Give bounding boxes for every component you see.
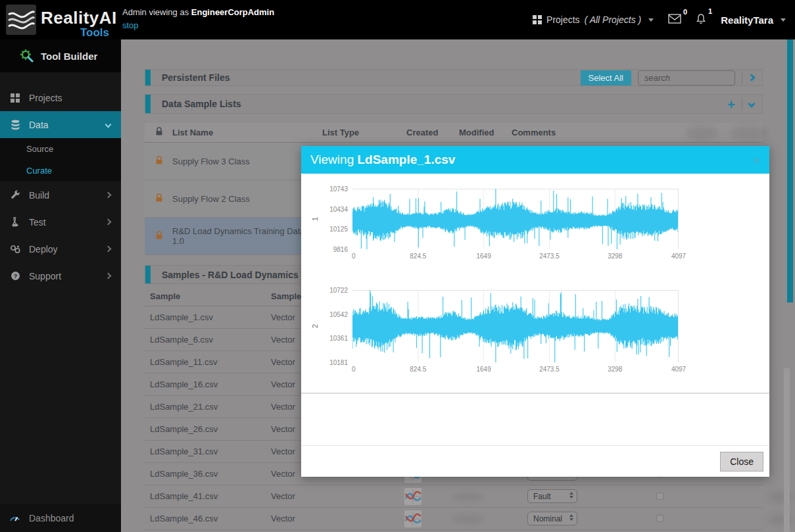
viewing-sample-modal: Viewing LdSample_1.csv × 1 1074310434101… <box>301 146 769 477</box>
page-scrollbar-thumb[interactable] <box>787 39 793 302</box>
realityai-logo-icon <box>6 5 36 35</box>
panel-accent-bar <box>145 70 151 85</box>
sidebar-item-build[interactable]: Build <box>0 181 121 208</box>
lock-icon <box>145 231 172 242</box>
sidebar-item-projects[interactable]: Projects <box>0 84 121 111</box>
username: RealityTara <box>721 14 773 26</box>
sidebar-item-data[interactable]: Data <box>0 111 121 138</box>
search-input[interactable] <box>638 70 735 85</box>
class-select[interactable]: Nominal <box>527 512 577 525</box>
panel-accent-bar <box>145 266 151 283</box>
close-button[interactable]: Close <box>720 452 763 472</box>
lock-icon <box>145 156 172 167</box>
chevron-right-icon <box>105 192 112 199</box>
messages-button[interactable]: 0 <box>668 14 681 26</box>
brand-sub: Tools <box>71 26 109 39</box>
wrench-icon <box>9 190 21 201</box>
col-comments[interactable]: Comments <box>512 128 763 137</box>
topbar: RealityAI Tools Admin viewing as Enginee… <box>0 0 795 39</box>
sample-name: LdSample_11.csv <box>145 357 271 367</box>
tool-builder-header[interactable]: Tool Builder <box>0 39 121 72</box>
sidebar-item-source[interactable]: Source <box>0 138 121 160</box>
sidebar: Tool Builder Projects Data Source Curate <box>0 39 121 532</box>
panel-title: Persistent Files <box>151 72 581 83</box>
col-sample[interactable]: Sample <box>145 291 271 301</box>
user-menu[interactable]: RealityTara <box>721 14 786 26</box>
col-list-name[interactable]: List Name <box>172 128 314 137</box>
waveform-preview-icon[interactable] <box>404 510 422 527</box>
dashboard-label: Dashboard <box>29 513 74 523</box>
select-stepper-icon <box>569 492 573 498</box>
notifications-count: 1 <box>708 7 712 15</box>
col-list-type[interactable]: List Type <box>322 128 406 137</box>
select-all-button[interactable]: Select All <box>581 70 631 85</box>
divider <box>742 98 742 110</box>
table-row[interactable]: LdSample_46.csvVectorNominal <box>145 508 763 530</box>
sidebar-item-dashboard[interactable]: Dashboard <box>0 504 121 532</box>
persistent-files-panel-header: Persistent Files Select All <box>145 69 763 86</box>
sample-checkbox[interactable] <box>656 515 663 522</box>
col-modified[interactable]: Modified <box>459 128 512 137</box>
x-axis-ticks: 0824.516492473.532984097 <box>352 362 679 374</box>
sidebar-item-support[interactable]: ? Support <box>0 262 121 289</box>
data-sample-lists-panel-header: Data Sample Lists + <box>145 94 763 114</box>
tool-builder-gears-icon <box>20 49 34 63</box>
chevron-down-icon <box>781 18 786 22</box>
messages-count: 0 <box>683 8 687 16</box>
database-icon <box>9 120 21 130</box>
signal-chart-2: 2 10722105421036110181 0824.516492473.53… <box>308 290 769 362</box>
lock-icon <box>145 193 172 205</box>
stop-impersonation-link[interactable]: stop <box>122 20 139 30</box>
chevron-right-icon <box>105 273 112 279</box>
sidebar-item-deploy[interactable]: Deploy <box>0 235 121 262</box>
sidebar-item-curate[interactable]: Curate <box>0 160 121 181</box>
projects-selected: ( All Projects ) <box>585 14 642 25</box>
sidebar-item-test[interactable]: Test <box>0 208 121 235</box>
sample-name: LdSample_1.csv <box>145 312 271 322</box>
table-row[interactable]: LdSample_41.csvVectorFault <box>145 485 763 508</box>
panel-accent-bar <box>145 95 151 113</box>
flask-icon <box>9 217 21 228</box>
waveform-plot: 0824.516492473.532984097 <box>352 290 679 362</box>
deploy-gears-icon <box>9 244 21 254</box>
projects-grid-icon <box>533 15 542 24</box>
chevron-right-icon <box>105 219 112 226</box>
projects-label: Projects <box>546 14 580 25</box>
class-select-value: Nominal <box>533 514 562 523</box>
x-axis-ticks: 0824.516492473.532984097 <box>352 249 679 261</box>
sample-name: LdSample_26.csv <box>145 424 271 434</box>
expand-panel-chevron-icon[interactable] <box>748 74 755 81</box>
sample-name: LdSample_46.csv <box>145 514 271 523</box>
chevron-down-icon <box>105 122 112 128</box>
divider <box>742 72 742 84</box>
sample-name: LdSample_21.csv <box>145 402 271 412</box>
y-axis-label: 1 <box>308 189 322 249</box>
projects-dropdown[interactable]: Projects ( All Projects ) <box>533 14 654 25</box>
sample-checkbox[interactable] <box>656 493 663 500</box>
class-select[interactable]: Fault <box>527 489 577 503</box>
mail-icon <box>668 14 681 24</box>
waveform-plot: 0824.516492473.532984097 <box>352 189 679 249</box>
select-stepper-icon <box>569 514 573 521</box>
waveform-preview-icon[interactable] <box>404 488 422 505</box>
sample-type: Vector <box>271 514 387 523</box>
list-name: Supply Flow 2 Class <box>172 194 314 204</box>
collapse-panel-chevron-icon[interactable] <box>748 100 755 107</box>
brand-name: RealityAI <box>41 8 117 28</box>
panel-scrollbar-thumb[interactable] <box>784 368 790 532</box>
chevron-down-icon <box>648 18 654 22</box>
col-created[interactable]: Created <box>406 128 459 137</box>
sample-name: LdSample_41.csv <box>145 491 271 501</box>
panel-title: Data Sample Lists <box>151 99 727 109</box>
sample-type: Vector <box>271 491 387 501</box>
sample-name: LdSample_6.csv <box>145 335 271 345</box>
sample-name: LdSample_16.csv <box>145 379 271 389</box>
divider <box>301 393 769 394</box>
add-list-button[interactable]: + <box>727 97 735 111</box>
close-icon[interactable]: × <box>753 154 760 166</box>
class-select-value: Fault <box>533 492 551 501</box>
modal-header: Viewing LdSample_1.csv × <box>301 146 769 174</box>
bell-icon <box>696 13 706 24</box>
y-axis-ticks: 1074310434101259816 <box>322 189 352 249</box>
notifications-button[interactable]: 1 <box>696 13 706 26</box>
